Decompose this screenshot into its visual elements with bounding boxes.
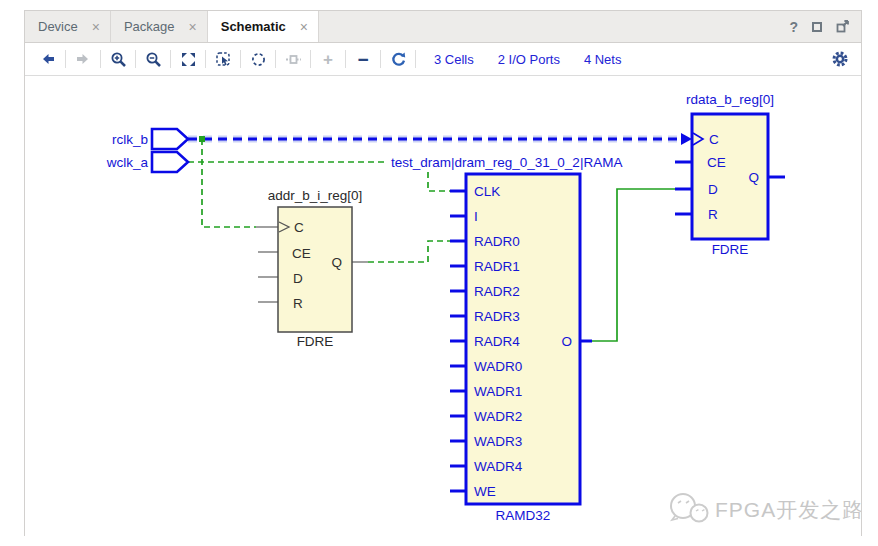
pin-label-wadr4: WADR4 [474,459,523,474]
vivado-window: Device × Package × Schematic × ? [0,0,878,546]
cell-rdata-b-reg[interactable]: rdata_b_reg[0] C CE D R Q FDRE [675,92,785,257]
expand-cone-button[interactable] [280,47,306,71]
wechat-logo-icon [671,494,708,522]
net-clock-branch[interactable] [199,136,256,227]
pin-label-ce: CE [292,246,311,261]
tab-device[interactable]: Device × [25,11,111,42]
watermark-text: FPGA开发之路 [715,498,861,521]
port-wclk-a-symbol[interactable] [152,152,188,172]
pin-label-ce: CE [707,155,726,170]
cell-ram-type: RAMD32 [496,508,551,523]
cell-ram-title: test_dram|dram_reg_0_31_0_2|RAMA [391,155,622,170]
port-rclk-b-label: rclk_b [112,132,148,147]
zoom-to-selected-icon [215,51,232,68]
forward-arrow-icon [75,51,91,67]
zoom-fit-button[interactable] [175,47,201,71]
maximize-icon[interactable] [812,22,822,32]
cell-rdata-title: rdata_b_reg[0] [686,92,774,107]
pin-label-radr2: RADR2 [474,284,520,299]
pin-label-wadr1: WADR1 [474,384,522,399]
tab-package-close-icon[interactable]: × [189,20,197,34]
schematic-toolbar: + − 3 Cells 2 I/O Ports 4 Nets [25,43,861,76]
pin-label-we: WE [474,484,496,499]
pin-label-wadr2: WADR2 [474,409,522,424]
pin-label-radr0: RADR0 [474,234,520,249]
pin-label-wadr3: WADR3 [474,434,522,449]
forward-button[interactable] [70,47,96,71]
port-wclk-a[interactable]: wclk_a [106,152,188,172]
stat-io-ports[interactable]: 2 I/O Ports [498,52,560,67]
pin-label-d: D [293,271,303,286]
pin-label-clk: CLK [474,184,500,199]
pin-label-i: I [474,209,478,224]
minus-icon: − [357,50,368,69]
port-wclk-a-label: wclk_a [106,155,149,170]
zoom-out-icon [145,51,162,68]
cell-ram-pins-left[interactable] [450,191,466,491]
zoom-in-button[interactable] [105,47,131,71]
watermark: FPGA开发之路 [671,494,861,522]
autofit-selected-icon [250,51,267,68]
pin-label-c: C [294,220,304,235]
pin-label-radr4: RADR4 [474,334,520,349]
expand-cone-icon [285,51,302,68]
pin-label-c: C [709,132,719,147]
add-to-schematic-button[interactable]: + [315,47,341,71]
net-ram-o[interactable] [592,189,675,341]
port-rclk-b[interactable]: rclk_b [112,129,188,149]
cell-addr-type: FDRE [297,334,334,349]
help-icon[interactable]: ? [789,19,798,35]
tab-bar: Device × Package × Schematic × ? [25,11,861,43]
cell-addr-b-i-reg[interactable]: addr_b_i_reg[0] C CE D R Q FDRE [256,188,368,349]
back-arrow-icon [40,51,56,67]
tab-schematic-close-icon[interactable]: × [300,20,308,34]
pin-label-radr1: RADR1 [474,259,520,274]
remove-from-schematic-button[interactable]: − [350,47,376,71]
float-window-icon[interactable] [836,20,849,33]
zoom-in-icon [110,51,127,68]
regenerate-button[interactable] [385,47,411,71]
cell-addr-title: addr_b_i_reg[0] [268,188,363,203]
tab-package[interactable]: Package × [111,11,208,42]
pin-label-r: R [708,207,718,222]
cell-ramd32[interactable]: test_dram|dram_reg_0_31_0_2|RAMA [387,155,649,523]
pin-label-r: R [293,296,303,311]
schematic-drawing: rclk_b wclk_a addr_b_i_reg[0] [25,76,861,537]
port-rclk-b-symbol[interactable] [152,129,188,149]
tab-schematic-label: Schematic [221,19,286,34]
zoom-out-button[interactable] [140,47,166,71]
tab-device-close-icon[interactable]: × [92,20,100,34]
pin-label-q: Q [748,170,759,185]
settings-gear-icon[interactable] [831,50,849,68]
net-rclk-b[interactable] [188,133,692,145]
refresh-icon [390,51,407,68]
pin-label-wadr0: WADR0 [474,359,522,374]
pin-label-d: D [708,182,718,197]
pin-label-o: O [561,334,572,349]
net-arrowhead [681,133,692,145]
zoom-to-selected-button[interactable] [210,47,236,71]
schematic-canvas[interactable]: rclk_b wclk_a addr_b_i_reg[0] [25,76,861,541]
back-button[interactable] [35,47,61,71]
stat-cells[interactable]: 3 Cells [434,52,474,67]
window-controls: ? [789,11,861,42]
net-addr-q[interactable] [368,241,450,262]
tab-schematic[interactable]: Schematic × [208,11,319,42]
schematic-panel: Device × Package × Schematic × ? [24,10,862,536]
cell-rdata-type: FDRE [712,242,749,257]
tab-package-label: Package [124,19,175,34]
stat-nets[interactable]: 4 Nets [584,52,622,67]
net-junction [199,136,205,142]
pin-label-radr3: RADR3 [474,309,520,324]
schematic-stats: 3 Cells 2 I/O Ports 4 Nets [434,52,621,67]
autofit-selected-button[interactable] [245,47,271,71]
plus-icon: + [323,51,333,68]
pin-label-q: Q [331,255,342,270]
tab-device-label: Device [38,19,78,34]
zoom-fit-icon [180,51,197,68]
